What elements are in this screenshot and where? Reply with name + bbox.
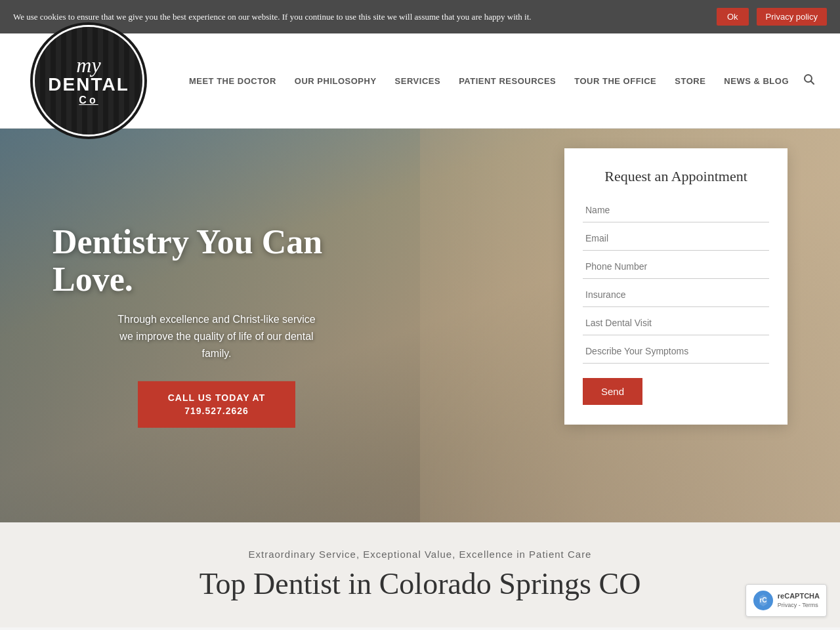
- name-input[interactable]: [583, 198, 769, 222]
- recaptcha-text: reCAPTCHA Privacy - Terms: [778, 591, 820, 610]
- last-visit-input[interactable]: [583, 311, 769, 335]
- appointment-form: Request an Appointment Send: [564, 148, 788, 425]
- hero-cta-button[interactable]: CALL US TODAY AT 719.527.2626: [138, 381, 295, 428]
- main-nav: MEET THE DOCTOR OUR PHILOSOPHY SERVICES …: [158, 67, 820, 94]
- section-heading: Top Dentist in Colorado Springs CO: [200, 566, 641, 601]
- below-hero-section: Extraordinary Service, Exceptional Value…: [0, 522, 840, 627]
- nav-item-tour-the-office[interactable]: TOUR THE OFFICE: [565, 70, 665, 93]
- hero-subtitle-line3: family.: [201, 347, 231, 358]
- logo-co: Co: [79, 94, 98, 106]
- cookie-message: We use cookies to ensure that we give yo…: [13, 12, 709, 22]
- hero-section: Dentistry You Can Love. Through excellen…: [0, 129, 840, 522]
- hero-cta-line1: CALL US TODAY AT: [168, 392, 266, 403]
- hero-title: Dentistry You Can Love.: [52, 223, 381, 298]
- email-input[interactable]: [583, 226, 769, 251]
- nav-item-news-blog[interactable]: NEWS & BLOG: [715, 70, 798, 93]
- logo-dental: DENTAL: [48, 75, 129, 94]
- phone-input[interactable]: [583, 255, 769, 279]
- search-icon[interactable]: [798, 67, 820, 94]
- logo[interactable]: my DENTAL Co: [20, 25, 158, 136]
- nav-item-store[interactable]: STORE: [665, 70, 715, 93]
- recaptcha-badge: rC reCAPTCHA Privacy - Terms: [746, 584, 827, 617]
- hero-content: Dentistry You Can Love. Through excellen…: [52, 223, 381, 428]
- insurance-input[interactable]: [583, 283, 769, 307]
- logo-my: my: [76, 54, 100, 75]
- cookie-privacy-button[interactable]: Privacy policy: [757, 8, 827, 26]
- send-button[interactable]: Send: [583, 378, 642, 405]
- hero-subtitle-line1: Through excellence and Christ-like servi…: [117, 314, 315, 325]
- recaptcha-logo-icon: rC: [753, 590, 774, 611]
- nav-item-patient-resources[interactable]: PATIENT RESOURCES: [450, 70, 565, 93]
- hero-subtitle-line2: we improve the quality of life of our de…: [119, 331, 313, 342]
- tagline: Extraordinary Service, Exceptional Value…: [249, 549, 592, 560]
- header: my DENTAL Co MEET THE DOCTOR OUR PHILOSO…: [0, 33, 840, 129]
- logo-circle: my DENTAL Co: [33, 25, 144, 136]
- svg-text:rC: rC: [759, 597, 766, 604]
- symptoms-input[interactable]: [583, 339, 769, 364]
- nav-item-services[interactable]: SERVICES: [386, 70, 450, 93]
- hero-subtitle: Through excellence and Christ-like servi…: [52, 311, 381, 362]
- svg-line-1: [811, 81, 814, 84]
- nav-item-our-philosophy[interactable]: OUR PHILOSOPHY: [285, 70, 386, 93]
- hero-cta-line2: 719.527.2626: [184, 406, 249, 416]
- nav-item-meet-the-doctor[interactable]: MEET THE DOCTOR: [180, 70, 285, 93]
- form-title: Request an Appointment: [583, 168, 769, 185]
- cookie-ok-button[interactable]: Ok: [717, 8, 749, 26]
